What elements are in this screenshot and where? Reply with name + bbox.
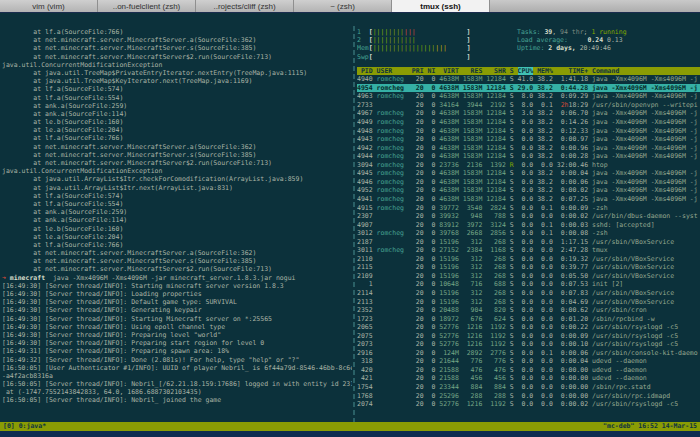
process-row[interactable]: 420 20 0 21588 476 476 S 0.0 0.0 0:00.00…: [357, 366, 700, 375]
process-row[interactable]: 2187 20 0 15196 312 268 S 0.0 0.0 1:17.1…: [357, 238, 700, 247]
process-row[interactable]: 2114 20 0 15196 312 268 S 0.0 0.0 0:07.8…: [357, 289, 700, 298]
process-row[interactable]: 1754 20 0 23344 884 884 S 0.0 0.0 0:00.0…: [357, 383, 700, 392]
process-table-header[interactable]: PID USER PRI NI VIRT RES SHR S CPU% MEM%…: [357, 67, 700, 76]
process-row[interactable]: 4945 romcheg 20 0 4638M 1583M 12184 S 0.…: [357, 169, 700, 178]
stack-trace-line: at ank.a(SourceFile:259): [2, 208, 352, 216]
stack-trace-line: at net.minecraft.server.MinecraftServer$…: [2, 53, 352, 61]
process-row[interactable]: 421 20 0 21588 456 456 S 0.0 0.0 0:00.00…: [357, 374, 700, 383]
terminal-tab-bar: vim (vim)..on-fuelclient (zsh)..rojects/…: [0, 0, 700, 13]
process-row[interactable]: 2109 20 0 15196 312 268 S 0.0 0.0 0:05.5…: [357, 272, 700, 281]
window-bottom-edge: [0, 431, 700, 437]
process-row[interactable]: 3011 romcheg 20 0 27152 2384 1168 S 0.0 …: [357, 246, 700, 255]
htop-meter-mem: Mem[||||||||||||||||||| ]: [357, 44, 507, 52]
stack-trace-line: at lf.a(SourceFile:574): [2, 85, 352, 93]
process-row[interactable]: 3094 romcheg 20 0 23736 2136 1392 R 0.0 …: [357, 161, 700, 170]
process-row[interactable]: 1 20 0 10648 716 688 S 0.0 0.0 0:07.53 i…: [357, 280, 700, 289]
server-log-line: [16:49:30] [Server thread/INFO]: Loading…: [2, 290, 352, 298]
server-log-line: [16:49:30] [Server thread/INFO]: Prepari…: [2, 331, 352, 339]
terminal-window: at lf.a(SourceFile:766) at net.minecraft…: [0, 13, 700, 437]
process-row[interactable]: 4943 romcheg 20 0 4638M 1583M 12184 S 0.…: [357, 135, 700, 144]
htop-meter-swp: Swp[ ]: [357, 53, 507, 61]
process-row[interactable]: 2065 20 0 52776 1216 1192 S 0.0 0.0 0:00…: [357, 323, 700, 332]
stack-trace-line: at lf.a(SourceFile:766): [2, 241, 352, 249]
process-row[interactable]: 2115 20 0 15196 312 268 S 0.0 0.0 0:39.7…: [357, 263, 700, 272]
htop-meter-1: 1 [||||||||||| ]: [357, 28, 507, 36]
stack-trace-line: at net.minecraft.server.MinecraftServer.…: [2, 36, 352, 44]
process-row[interactable]: 4942 romcheg 20 0 4638M 1583M 12184 S 0.…: [357, 144, 700, 153]
tmux-hostname-clock: "mc-deb" 16:52 14-Mar-15: [603, 422, 697, 431]
terminal-tab[interactable]: tmux (ssh): [392, 0, 490, 12]
stack-trace-line: at net.minecraft.server.MinecraftServer$…: [2, 159, 352, 167]
server-log-line: [16:49:30] [Server thread/INFO]: Default…: [2, 298, 352, 306]
process-row[interactable]: 4967 romcheg 20 0 4638M 1583M 12184 S 3.…: [357, 109, 700, 118]
stack-trace-line: at lf.a(SourceFile:554): [2, 94, 352, 102]
server-log-line: [16:49:30] [Server thread/INFO]: Prepari…: [2, 339, 352, 347]
htop-system-info: Tasks: 39, 94 thr; 1 runningLoad average…: [517, 28, 627, 61]
stack-trace-line: at net.minecraft.server.MinecraftServer.…: [2, 257, 352, 265]
process-row[interactable]: 4915 romcheg 20 0 39772 3540 2824 S 0.0 …: [357, 204, 700, 213]
htop-meter-2: 2 [||||||||||| ]: [357, 36, 507, 44]
process-row[interactable]: 4944 romcheg 20 0 4638M 1583M 12184 S 0.…: [357, 152, 700, 161]
process-row[interactable]: 4954 romcheg 20 0 4638M 1583M 12184 S 29…: [357, 84, 700, 93]
server-log-line: [16:49:30] [Server thread/INFO]: Startin…: [2, 282, 352, 290]
process-row[interactable]: 2307 20 0 39932 948 788 S 0.0 0.0 0:00.0…: [357, 212, 700, 221]
htop-pane[interactable]: 1 [||||||||||| ]2 [||||||||||| ]Mem[||||…: [357, 26, 700, 434]
process-row[interactable]: 4952 romcheg 20 0 4638M 1583M 12184 S 0.…: [357, 186, 700, 195]
process-row[interactable]: 4948 romcheg 20 0 4638M 1583M 12184 S 0.…: [357, 127, 700, 136]
process-row[interactable]: 4963 romcheg 20 0 4638M 1583M 12184 S 8.…: [357, 92, 700, 101]
server-log-line: [16:49:30] [Server thread/INFO]: Generat…: [2, 306, 352, 314]
server-log-line: [16:50:05] [User Authenticator #1/INFO]:…: [2, 364, 352, 372]
stack-trace-line: at java.util.ArrayList$Itr.checkForComod…: [2, 175, 352, 183]
process-row[interactable]: 2916 20 0 124M 2892 2776 S 0.0 0.1 0:00.…: [357, 349, 700, 358]
htop-cpu-memory-meters: 1 [||||||||||| ]2 [||||||||||| ]Mem[||||…: [357, 28, 507, 61]
server-log-line: [16:49:30] [Server thread/INFO]: Startin…: [2, 315, 352, 323]
stack-trace-line: at lf.a(SourceFile:554): [2, 200, 352, 208]
tmux-window-list[interactable]: [0] 0:java*: [3, 422, 46, 431]
process-row[interactable]: 2110 20 0 15196 312 268 S 0.0 0.0 0:19.3…: [357, 255, 700, 264]
stack-trace-line: at le.a(SourceFile:204): [2, 233, 352, 241]
stack-trace-line: java.util.ConcurrentModificationExceptio…: [2, 61, 352, 69]
htop-info-line: Tasks: 39, 94 thr; 1 running: [517, 28, 627, 36]
stack-trace-line: at ank.a(SourceFile:114): [2, 110, 352, 118]
process-row[interactable]: 2075 20 0 52776 1216 1192 S 0.0 0.0 0:00…: [357, 332, 700, 341]
process-row[interactable]: 318 20 0 21644 776 776 S 0.0 0.0 0:00.04…: [357, 357, 700, 366]
tmux-pane-divider[interactable]: [353, 26, 355, 434]
server-log-line: [16:50:05] [Server thread/INFO]: Nebril_…: [2, 380, 352, 388]
htop-process-table[interactable]: PID USER PRI NI VIRT RES SHR S CPU% MEM%…: [357, 67, 700, 409]
process-row[interactable]: 4907 20 0 83912 3972 3124 S 0.0 0.1 0:00…: [357, 221, 700, 230]
stack-trace-line: at net.minecraft.server.MinecraftServer.…: [2, 249, 352, 257]
terminal-tab[interactable]: ~ (zsh): [294, 0, 392, 12]
terminal-tab[interactable]: ..on-fuelclient (zsh): [98, 0, 196, 12]
htop-info-line: Uptime: 2 days, 20:49:46: [517, 44, 627, 52]
process-row[interactable]: 4949 romcheg 20 0 4638M 1583M 12184 S 0.…: [357, 118, 700, 127]
stack-trace-line: at le.b(SourceFile:160): [2, 118, 352, 126]
process-row[interactable]: 2113 20 0 15196 312 268 S 0.0 0.0 0:04.6…: [357, 298, 700, 307]
shell-prompt-line: ➜ minecraft java -Xmx4096M -Xms4096M -ja…: [2, 274, 352, 282]
process-row[interactable]: 1768 20 0 25296 288 288 S 0.0 0.0 0:00.0…: [357, 392, 700, 401]
stack-trace-line: at ank.a(SourceFile:114): [2, 216, 352, 224]
process-row[interactable]: 1723 20 0 18972 676 624 S 0.0 0.0 0:01.2…: [357, 315, 700, 324]
htop-header-area: 1 [||||||||||| ]2 [||||||||||| ]Mem[||||…: [357, 28, 700, 61]
server-log-line: -a4f2acb8316a: [2, 372, 352, 380]
process-row[interactable]: 3012 romcheg 20 0 39768 2668 2856 S 0.0 …: [357, 229, 700, 238]
process-row[interactable]: 2074 20 0 52776 1216 1192 S 0.0 0.0 0:00…: [357, 400, 700, 409]
process-row[interactable]: 4941 romcheg 20 0 4638M 1583M 12184 S 0.…: [357, 195, 700, 204]
server-log-line: [16:49:31] [Server thread/INFO]: Prepari…: [2, 347, 352, 355]
stack-trace-line: at net.minecraft.server.MinecraftServer.…: [2, 151, 352, 159]
stack-trace-line: at net.minecraft.server.MinecraftServer.…: [2, 44, 352, 52]
process-row[interactable]: 4940 romcheg 20 0 4638M 1583M 12184 S 41…: [357, 75, 700, 84]
server-log-line: [16:49:30] [Server thread/INFO]: Using e…: [2, 323, 352, 331]
terminal-tab[interactable]: vim (vim): [0, 0, 98, 12]
process-row[interactable]: 2073 20 0 52776 1216 1192 S 0.0 0.0 0:00…: [357, 340, 700, 349]
process-row[interactable]: 2352 20 0 20488 904 820 S 0.0 0.0 0:00.6…: [357, 306, 700, 315]
stack-trace-line: at lf.a(SourceFile:766): [2, 28, 352, 36]
process-row[interactable]: 4946 romcheg 20 0 4638M 1583M 12184 S 0.…: [357, 178, 700, 187]
process-row[interactable]: 2733 20 0 34164 3944 2192 S 8.0 0.1 2h18…: [357, 101, 700, 110]
stack-trace-line: at java.util.TreeMap$KeyIterator.next(Tr…: [2, 77, 352, 85]
terminal-tab[interactable]: ..rojects/cliff (zsh): [196, 0, 294, 12]
tmux-status-bar: [0] 0:java* "mc-deb" 16:52 14-Mar-15: [0, 422, 700, 431]
stack-trace-line: at le.b(SourceFile:160): [2, 225, 352, 233]
minecraft-server-log-pane[interactable]: at lf.a(SourceFile:766) at net.minecraft…: [0, 26, 352, 434]
stack-trace-line: at java.util.TreeMap$PrivateEntryIterato…: [2, 69, 352, 77]
stack-trace-line: at le.a(SourceFile:204): [2, 126, 352, 134]
